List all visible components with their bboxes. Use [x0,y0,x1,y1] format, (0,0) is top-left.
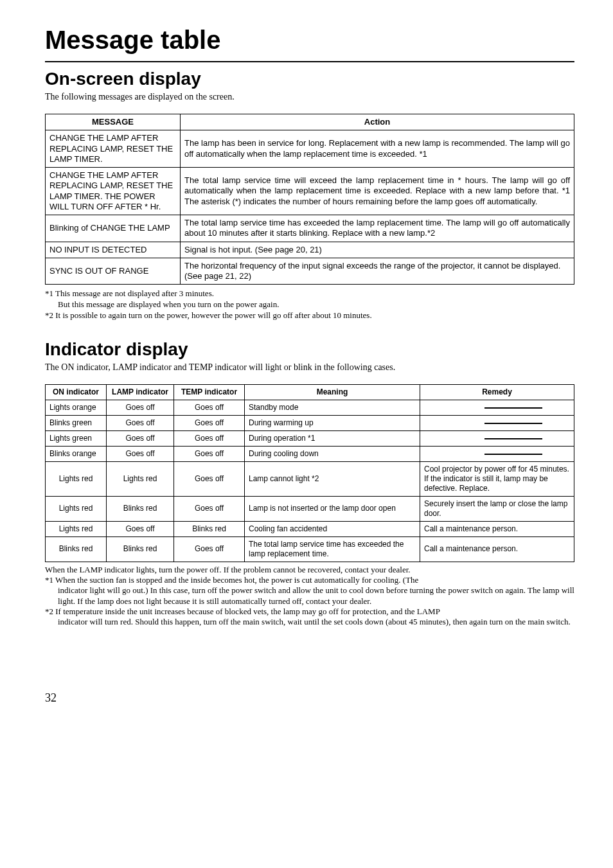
meaning-cell: During cooling down [245,446,420,461]
section2-intro: The ON indicator, LAMP indicator and TEM… [45,362,574,373]
section-heading-onscreen: On-screen display [45,69,574,89]
lamp-cell: Goes off [107,430,174,446]
temp-cell: Goes off [174,430,245,446]
lamp-cell: Blinks red [107,536,174,562]
footnote-line: When the LAMP indicator lights, turn the… [45,565,574,575]
header-temp: TEMP indicator [174,384,245,400]
action-cell: The total lamp service time has exceeded… [181,215,574,242]
header-remedy: Remedy [420,384,574,400]
table-row: CHANGE THE LAMP AFTER REPLACING LAMP, RE… [46,130,574,168]
table-row: Blinks red Blinks red Goes off The total… [46,536,574,562]
msg-cell: Blinking of CHANGE THE LAMP [46,215,181,242]
section1-intro: The following messages are displayed on … [45,92,574,102]
table-row: Lights red Blinks red Goes off Lamp is n… [46,496,574,521]
action-cell: The lamp has been in service for long. R… [181,130,574,168]
remedy-cell [420,415,574,430]
footnote-line: *1 When the suction fan is stopped and t… [45,575,574,585]
meaning-cell: The total lamp service time has exceeded… [245,536,420,562]
lamp-cell: Blinks red [107,496,174,521]
table-header-row: ON indicator LAMP indicator TEMP indicat… [46,384,574,400]
on-cell: Lights red [46,521,107,536]
table-row: Lights green Goes off Goes off During op… [46,430,574,446]
on-cell: Lights green [46,430,107,446]
meaning-cell: During warming up [245,415,420,430]
header-meaning: Meaning [245,384,420,400]
meaning-cell: Cooling fan accidented [245,521,420,536]
lamp-cell: Lights red [107,461,174,496]
lamp-cell: Goes off [107,415,174,430]
table-row: Lights red Goes off Blinks red Cooling f… [46,521,574,536]
section-heading-indicator: Indicator display [45,339,574,360]
meaning-cell: Lamp is not inserted or the lamp door op… [245,496,420,521]
header-action: Action [181,114,574,130]
temp-cell: Goes off [174,496,245,521]
header-lamp: LAMP indicator [107,384,174,400]
note-line: But this message are displayed when you … [45,299,574,310]
lamp-cell: Goes off [107,446,174,461]
temp-cell: Goes off [174,400,245,415]
table-row: Blinks orange Goes off Goes off During c… [46,446,574,461]
on-cell: Lights orange [46,400,107,415]
action-cell: The total lamp service time will exceed … [181,168,574,215]
table-row: CHANGE THE LAMP AFTER REPLACING LAMP, RE… [46,168,574,215]
msg-cell: CHANGE THE LAMP AFTER REPLACING LAMP, RE… [46,168,181,215]
title-divider [45,61,574,62]
on-cell: Blinks green [46,415,107,430]
note-line: *2 It is possible to again turn on the p… [45,310,574,321]
remedy-cell: Securely insert the lamp or close the la… [420,496,574,521]
lamp-cell: Goes off [107,521,174,536]
remedy-cell: Call a maintenance person. [420,536,574,562]
action-cell: The horizontal frequency of the input si… [181,258,574,285]
on-cell: Lights red [46,496,107,521]
temp-cell: Goes off [174,461,245,496]
remedy-cell: Call a maintenance person. [420,521,574,536]
meaning-cell: During operation *1 [245,430,420,446]
page-title: Message table [45,26,574,55]
table-row: Lights orange Goes off Goes off Standby … [46,400,574,415]
meaning-cell: Standby mode [245,400,420,415]
section1-notes: *1 This message are not displayed after … [45,288,574,321]
note-line: *1 This message are not displayed after … [45,288,574,299]
remedy-cell [420,446,574,461]
remedy-cell: Cool projector by power off for 45 minut… [420,461,574,496]
on-cell: Blinks orange [46,446,107,461]
message-table: MESSAGE Action CHANGE THE LAMP AFTER REP… [45,114,574,285]
dash-icon [484,423,542,424]
indicator-table: ON indicator LAMP indicator TEMP indicat… [45,384,574,562]
header-on: ON indicator [46,384,107,400]
dash-icon [484,407,542,409]
dash-icon [484,438,542,439]
msg-cell: NO INPUT IS DETECTED [46,242,181,258]
dash-icon [484,454,542,455]
section2-footnotes: When the LAMP indicator lights, turn the… [45,565,574,628]
footnote-line: indicator will turn red. Should this hap… [45,617,574,627]
footnote-line: *2 If temperature inside the unit increa… [45,607,574,617]
msg-cell: SYNC IS OUT OF RANGE [46,258,181,285]
table-row: Blinking of CHANGE THE LAMP The total la… [46,215,574,242]
table-row: Blinks green Goes off Goes off During wa… [46,415,574,430]
temp-cell: Blinks red [174,521,245,536]
header-message: MESSAGE [46,114,181,130]
on-cell: Blinks red [46,536,107,562]
lamp-cell: Goes off [107,400,174,415]
meaning-cell: Lamp cannot light *2 [245,461,420,496]
page-number: 32 [45,691,574,705]
on-cell: Lights red [46,461,107,496]
temp-cell: Goes off [174,536,245,562]
remedy-cell [420,400,574,415]
temp-cell: Goes off [174,415,245,430]
table-row: SYNC IS OUT OF RANGE The horizontal freq… [46,258,574,285]
action-cell: Signal is hot input. (See page 20, 21) [181,242,574,258]
table-row: NO INPUT IS DETECTED Signal is hot input… [46,242,574,258]
msg-cell: CHANGE THE LAMP AFTER REPLACING LAMP, RE… [46,130,181,168]
table-header-row: MESSAGE Action [46,114,574,130]
temp-cell: Goes off [174,446,245,461]
table-row: Lights red Lights red Goes off Lamp cann… [46,461,574,496]
footnote-line: indicator light will go out.) In this ca… [45,585,574,607]
remedy-cell [420,430,574,446]
